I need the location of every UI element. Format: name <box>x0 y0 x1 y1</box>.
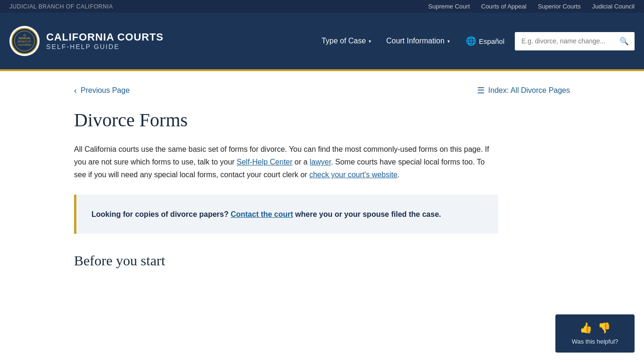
site-title: CALIFORNIA COURTS <box>46 32 164 43</box>
supreme-court-link[interactable]: Supreme Court <box>428 3 470 10</box>
self-help-center-link[interactable]: Self-Help Center <box>237 158 292 166</box>
logo-seal: JUDICIAL BRANCH OF CALIFORNIA ⚖ <box>9 26 40 56</box>
header-nav: Type of Case ▾ Court Information ▾ 🌐 Esp… <box>316 32 635 50</box>
type-of-case-chevron-icon: ▾ <box>369 39 371 44</box>
court-information-button[interactable]: Court Information ▾ <box>380 33 455 49</box>
search-icon: 🔍 <box>619 37 629 45</box>
search-box: 🔍 <box>515 32 635 50</box>
index-all-divorce-pages-link[interactable]: ☰ Index: All Divorce Pages <box>477 85 570 96</box>
page-title: Divorce Forms <box>74 109 570 132</box>
info-box: Looking for copies of divorce papers? Co… <box>74 195 498 234</box>
site-logo-link[interactable]: JUDICIAL BRANCH OF CALIFORNIA ⚖ CALIFORN… <box>9 26 164 56</box>
search-button[interactable]: 🔍 <box>614 32 635 50</box>
intro-paragraph: All California courts use the same basic… <box>74 143 498 181</box>
logo-text: CALIFORNIA COURTS SELF-HELP GUIDE <box>46 32 164 50</box>
site-subtitle: SELF-HELP GUIDE <box>46 43 164 50</box>
courts-of-appeal-link[interactable]: Courts of Appeal <box>481 3 527 10</box>
lawyer-link[interactable]: lawyer <box>310 158 331 166</box>
top-nav-links: Supreme Court Courts of Appeal Superior … <box>428 3 635 10</box>
svg-text:JUDICIAL: JUDICIAL <box>18 37 31 40</box>
translate-icon: 🌐 <box>466 36 476 46</box>
previous-page-link[interactable]: ‹ Previous Page <box>74 86 130 96</box>
top-bar: JUDICIAL BRANCH OF CALIFORNIA Supreme Co… <box>0 0 644 13</box>
page-navigation-row: ‹ Previous Page ☰ Index: All Divorce Pag… <box>74 85 570 96</box>
org-name: JUDICIAL BRANCH OF CALIFORNIA <box>9 3 113 10</box>
search-input[interactable] <box>515 33 614 49</box>
svg-text:CALIFORNIA: CALIFORNIA <box>18 44 32 46</box>
type-of-case-button[interactable]: Type of Case ▾ <box>316 33 377 49</box>
list-icon: ☰ <box>477 85 485 96</box>
info-box-text: Looking for copies of divorce papers? Co… <box>91 208 483 221</box>
prev-chevron-icon: ‹ <box>74 86 77 96</box>
language-toggle-button[interactable]: 🌐 Español <box>459 32 511 50</box>
judicial-council-link[interactable]: Judicial Council <box>592 3 635 10</box>
svg-text:BRANCH OF: BRANCH OF <box>18 41 31 43</box>
contact-court-link[interactable]: Contact the court <box>231 210 293 218</box>
seal-svg: JUDICIAL BRANCH OF CALIFORNIA ⚖ <box>11 27 38 55</box>
main-content: ‹ Previous Page ☰ Index: All Divorce Pag… <box>63 71 581 295</box>
site-header: JUDICIAL BRANCH OF CALIFORNIA ⚖ CALIFORN… <box>0 13 644 69</box>
court-website-link[interactable]: check your court's website <box>309 171 397 179</box>
superior-courts-link[interactable]: Superior Courts <box>538 3 581 10</box>
court-info-chevron-icon: ▾ <box>447 39 450 44</box>
before-you-start-heading: Before you start <box>74 253 570 269</box>
svg-text:⚖: ⚖ <box>23 33 26 37</box>
